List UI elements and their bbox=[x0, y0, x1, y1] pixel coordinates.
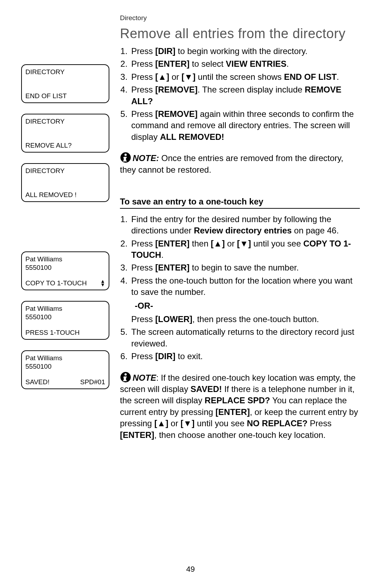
note-a: NOTE: Once the entries are removed from … bbox=[120, 152, 360, 176]
step-item: Press [REMOVE]. The screen display inclu… bbox=[130, 84, 360, 107]
page-number: 49 bbox=[0, 565, 381, 574]
page-title: Remove all entries from the directory bbox=[120, 26, 360, 41]
lcd-screen: Pat Williams 5550100COPY TO 1-TOUCH▲▼ bbox=[21, 251, 109, 290]
step-item: Find the entry for the desired number by… bbox=[130, 214, 360, 237]
lcd-screen: DIRECTORYEND OF LIST bbox=[21, 64, 109, 103]
info-icon bbox=[120, 152, 131, 163]
step-item: Press [▲] or [▼] until the screen shows … bbox=[130, 71, 360, 83]
note-b: NOTE: If the desired one-touch key locat… bbox=[120, 372, 360, 441]
lcd-top-text: DIRECTORY bbox=[25, 117, 105, 126]
left-column: DIRECTORYEND OF LISTDIRECTORYREMOVE ALL?… bbox=[21, 26, 109, 441]
step-item: Press the one-touch button for the locat… bbox=[130, 275, 360, 325]
lcd-screen: DIRECTORYALL REMOVED ! bbox=[21, 163, 109, 202]
lcd-bottom-left: REMOVE ALL? bbox=[25, 141, 72, 150]
subheading-b: To save an entry to a one-touch key bbox=[120, 197, 360, 209]
steps-list-a: Press [DIR] to begin working with the di… bbox=[120, 46, 360, 143]
steps-list-b: Find the entry for the desired number by… bbox=[120, 214, 360, 362]
step-item: Press [ENTER] then [▲] or [▼] until you … bbox=[130, 238, 360, 261]
step-item: The screen automatically returns to the … bbox=[130, 326, 360, 349]
or-alternative: Press [LOWER], then press the one-touch … bbox=[131, 314, 360, 325]
step-item: Press [REMOVE] again within three second… bbox=[130, 108, 360, 143]
info-icon bbox=[120, 372, 131, 383]
right-column: Remove all entries from the directory Pr… bbox=[120, 26, 360, 441]
lcd-top-text: DIRECTORY bbox=[25, 167, 105, 175]
or-label: -OR- bbox=[131, 300, 360, 311]
step-item: Press [ENTER] to begin to save the numbe… bbox=[130, 262, 360, 273]
lcd-bottom-left: PRESS 1-TOUCH bbox=[25, 328, 80, 337]
lcd-bottom-left: ALL REMOVED ! bbox=[25, 191, 77, 199]
lcd-top-text: Pat Williams 5550100 bbox=[25, 304, 105, 321]
step-item: Press [DIR] to begin working with the di… bbox=[130, 46, 360, 57]
section-header: Directory bbox=[120, 14, 360, 22]
step-item: Press [DIR] to exit. bbox=[130, 351, 360, 362]
lcd-bottom-right: SPD#01 bbox=[80, 378, 105, 386]
lcd-screen: Pat Williams 5550100SAVED!SPD#01 bbox=[21, 350, 109, 389]
lcd-bottom-left: COPY TO 1-TOUCH bbox=[25, 279, 87, 287]
svg-point-3 bbox=[125, 373, 127, 375]
lcd-top-text: Pat Williams 5550100 bbox=[25, 255, 105, 272]
step-item: Press [ENTER] to select VIEW ENTRIES. bbox=[130, 58, 360, 70]
svg-point-1 bbox=[125, 154, 127, 156]
lcd-screen: DIRECTORYREMOVE ALL? bbox=[21, 114, 109, 153]
up-down-arrows-icon: ▲▼ bbox=[100, 280, 105, 287]
lcd-top-text: Pat Williams 5550100 bbox=[25, 354, 105, 371]
lcd-bottom-left: END OF LIST bbox=[25, 92, 67, 100]
lcd-top-text: DIRECTORY bbox=[25, 68, 105, 76]
lcd-bottom-left: SAVED! bbox=[25, 378, 49, 386]
lcd-screen: Pat Williams 5550100PRESS 1-TOUCH bbox=[21, 301, 109, 340]
